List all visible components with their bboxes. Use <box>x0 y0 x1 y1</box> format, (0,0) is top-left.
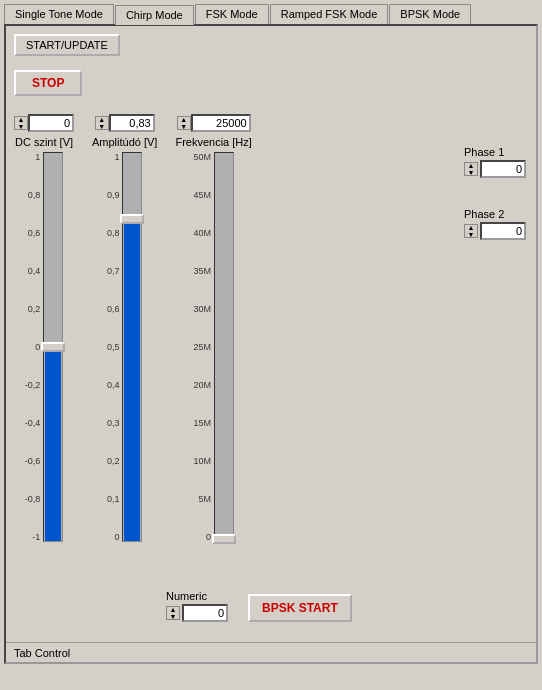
phase2-group: Phase 2 ▲ ▼ <box>464 208 526 240</box>
phase2-input[interactable] <box>480 222 526 240</box>
freq-thumb[interactable] <box>212 534 236 544</box>
phase1-row: ▲ ▼ <box>464 160 526 178</box>
tab-chirp[interactable]: Chirp Mode <box>115 5 194 25</box>
freq-value-input[interactable] <box>191 114 251 132</box>
dc-track[interactable] <box>43 152 63 542</box>
phase2-label: Phase 2 <box>464 208 504 220</box>
phase2-row: ▲ ▼ <box>464 222 526 240</box>
amp-spinner[interactable]: ▲ ▼ <box>95 116 109 130</box>
dc-spinner[interactable]: ▲ ▼ <box>14 116 28 130</box>
freq-vslider-container: 50M 45M 40M 35M 30M 25M 20M 15M 10M 5M 0 <box>193 152 234 542</box>
phase1-spinner[interactable]: ▲ ▼ <box>464 162 478 176</box>
start-update-button[interactable]: START/UPDATE <box>14 34 120 56</box>
freq-slider-group: ▲ ▼ Frekvencia [Hz] 50M 45M 40M 35M 30M … <box>175 114 251 542</box>
amp-track[interactable] <box>122 152 142 542</box>
dc-vslider-container: 1 0,8 0,6 0,4 0,2 0 -0,2 -0,4 -0,6 -0,8 … <box>25 152 64 542</box>
tab-fsk[interactable]: FSK Mode <box>195 4 269 24</box>
freq-track[interactable] <box>214 152 234 542</box>
status-label: Tab Control <box>14 647 70 659</box>
dc-fill <box>45 347 61 541</box>
numeric-spinner[interactable]: ▲ ▼ <box>166 606 180 620</box>
status-bar: Tab Control <box>6 642 536 662</box>
tab-ramped-fsk[interactable]: Ramped FSK Mode <box>270 4 389 24</box>
dc-thumb[interactable] <box>41 342 65 352</box>
amp-label: Amplitúdó [V] <box>92 136 157 148</box>
numeric-row: ▲ ▼ <box>166 604 228 622</box>
freq-label: Frekvencia [Hz] <box>175 136 251 148</box>
numeric-input[interactable] <box>182 604 228 622</box>
dc-slider-group: ▲ ▼ DC szint [V] 1 0,8 0,6 0,4 0,2 0 -0,… <box>14 114 74 542</box>
amp-header: ▲ ▼ <box>95 114 155 132</box>
numeric-group: Numeric ▲ ▼ <box>166 590 228 622</box>
phase1-group: Phase 1 ▲ ▼ <box>464 146 526 178</box>
dc-label: DC szint [V] <box>15 136 73 148</box>
amp-value-input[interactable] <box>109 114 155 132</box>
phase2-spinner[interactable]: ▲ ▼ <box>464 224 478 238</box>
dc-header: ▲ ▼ <box>14 114 74 132</box>
bpsk-start-button[interactable]: BPSK START <box>248 594 352 622</box>
tab-bpsk[interactable]: BPSK Mode <box>389 4 471 24</box>
dc-value-input[interactable] <box>28 114 74 132</box>
phase1-label: Phase 1 <box>464 146 504 158</box>
tab-bar: Single Tone Mode Chirp Mode FSK Mode Ram… <box>0 0 542 24</box>
amp-thumb[interactable] <box>120 214 144 224</box>
freq-header: ▲ ▼ <box>177 114 251 132</box>
main-panel: START/UPDATE STOP ▲ ▼ DC szint [V] 1 0,8… <box>4 24 538 664</box>
amp-vslider-container: 1 0,9 0,8 0,7 0,6 0,5 0,4 0,3 0,2 0,1 0 <box>107 152 143 542</box>
numeric-label: Numeric <box>166 590 207 602</box>
phase1-input[interactable] <box>480 160 526 178</box>
tab-single-tone[interactable]: Single Tone Mode <box>4 4 114 24</box>
freq-spinner[interactable]: ▲ ▼ <box>177 116 191 130</box>
stop-button[interactable]: STOP <box>14 70 82 96</box>
freq-scale: 50M 45M 40M 35M 30M 25M 20M 15M 10M 5M 0 <box>193 152 214 542</box>
sliders-area: ▲ ▼ DC szint [V] 1 0,8 0,6 0,4 0,2 0 -0,… <box>14 114 528 542</box>
phase-area: Phase 1 ▲ ▼ Phase 2 ▲ ▼ <box>464 146 526 240</box>
amp-fill <box>124 219 140 541</box>
amp-scale: 1 0,9 0,8 0,7 0,6 0,5 0,4 0,3 0,2 0,1 0 <box>107 152 123 542</box>
amp-slider-group: ▲ ▼ Amplitúdó [V] 1 0,9 0,8 0,7 0,6 0,5 … <box>92 114 157 542</box>
